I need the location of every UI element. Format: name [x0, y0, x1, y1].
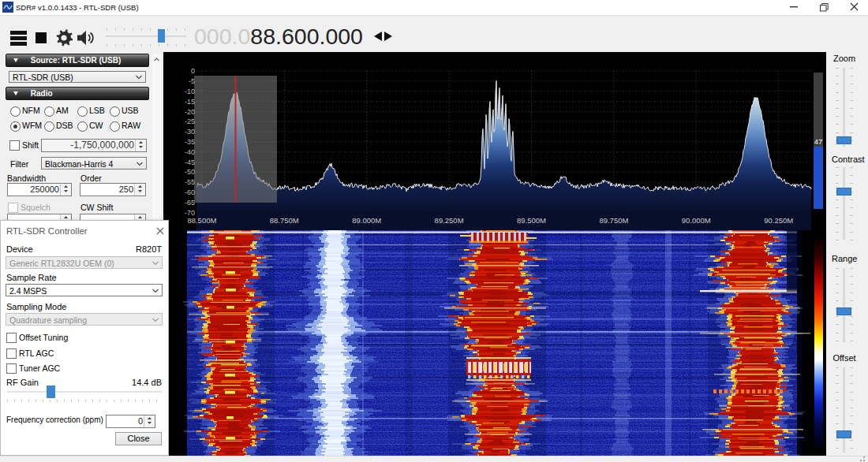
svg-text:89.250M: 89.250M [435, 216, 464, 225]
svg-text:-60: -60 [185, 188, 195, 196]
svg-text:88.750M: 88.750M [270, 216, 299, 225]
svg-text:-25: -25 [185, 117, 195, 125]
svg-text:-15: -15 [185, 98, 195, 106]
svg-text:47: 47 [814, 137, 823, 146]
svg-text:90.250M: 90.250M [764, 216, 793, 225]
svg-text:-30: -30 [185, 128, 195, 136]
svg-text:-35: -35 [185, 138, 195, 146]
svg-text:-65: -65 [185, 199, 195, 207]
svg-text:-40: -40 [185, 148, 195, 156]
svg-text:-55: -55 [185, 178, 195, 186]
svg-text:-45: -45 [185, 158, 195, 166]
svg-text:89.000M: 89.000M [352, 216, 381, 225]
svg-text:90.000M: 90.000M [682, 216, 711, 225]
svg-text:89.750M: 89.750M [599, 216, 628, 225]
svg-text:-10: -10 [185, 88, 195, 95]
svg-text:0: 0 [191, 67, 195, 75]
svg-text:-50: -50 [185, 168, 195, 176]
svg-text:88.500M: 88.500M [187, 216, 216, 225]
svg-text:-5: -5 [189, 77, 195, 85]
svg-text:89.500M: 89.500M [517, 216, 546, 225]
svg-text:-20: -20 [185, 108, 195, 116]
